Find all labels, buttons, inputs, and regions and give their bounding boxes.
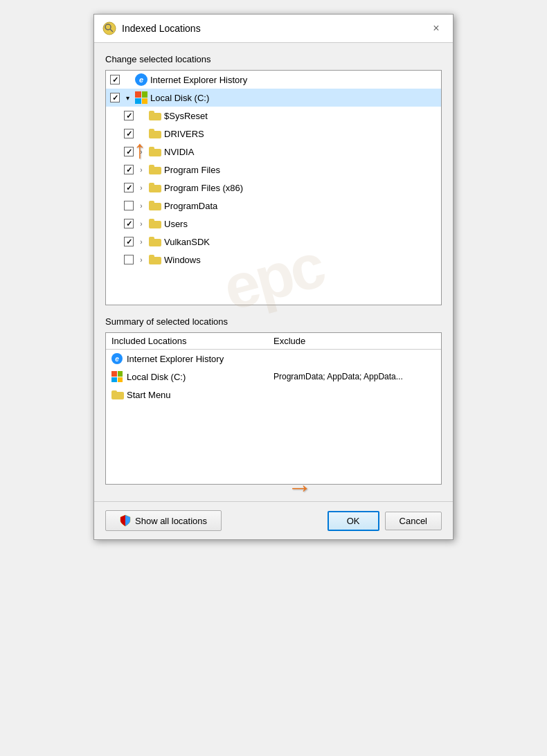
- summary-section: Summary of selected locations Included L…: [105, 316, 442, 485]
- checkbox-sysreset[interactable]: [124, 111, 134, 120]
- summary-table: Included Locations Exclude e Internet Ex…: [105, 332, 442, 485]
- folder-icon-drivers: [149, 127, 161, 140]
- tree-container[interactable]: e Internet Explorer History ▾ Local Disk…: [105, 70, 442, 305]
- folder-icon-windows: [149, 253, 161, 266]
- summary-label-start: Start Menu: [127, 390, 171, 400]
- label-program-files: Program Files: [164, 165, 437, 175]
- checkbox-program-files[interactable]: [124, 165, 134, 174]
- folder-icon-nvidia: [149, 145, 161, 158]
- summary-header-exclude: Exclude: [274, 336, 436, 346]
- dialog-title-icon: [102, 21, 116, 35]
- summary-included-start: Start Menu: [111, 390, 274, 400]
- dialog-body: Change selected locations e Internet Exp…: [94, 43, 453, 496]
- ok-button[interactable]: OK: [328, 511, 379, 531]
- checkbox-vulkansdk[interactable]: [124, 237, 134, 246]
- expander-drivers: [136, 129, 146, 138]
- ie-icon: e: [135, 73, 147, 86]
- expander-nvidia[interactable]: ›: [136, 147, 146, 156]
- label-windows: Windows: [164, 255, 437, 265]
- expander-vulkansdk[interactable]: ›: [136, 237, 146, 246]
- folder-icon-program-files: [149, 163, 161, 176]
- cancel-button[interactable]: Cancel: [385, 512, 442, 530]
- summary-header-included: Included Locations: [111, 336, 274, 346]
- summary-folder-icon-start: [111, 390, 123, 399]
- checkbox-drivers[interactable]: [124, 129, 134, 138]
- tree-item-drivers[interactable]: DRIVERS: [106, 125, 441, 143]
- label-users: Users: [164, 219, 437, 229]
- summary-win-icon: [111, 371, 123, 382]
- expander-users[interactable]: ›: [136, 219, 146, 228]
- dialog-footer: Show all locations OK Cancel: [94, 501, 453, 539]
- dialog-title: Indexed Locations: [122, 23, 201, 34]
- label-nvidia: NVIDIA: [164, 147, 437, 157]
- indexed-locations-dialog: Indexed Locations × Change selected loca…: [93, 14, 454, 540]
- tree-item-vulkansdk[interactable]: › VulkanSDK: [106, 233, 441, 251]
- expander-sysreset: [136, 111, 146, 120]
- title-bar: Indexed Locations ×: [94, 15, 453, 43]
- tree-item-ie-history[interactable]: e Internet Explorer History: [106, 71, 441, 89]
- tree-item-sysreset[interactable]: $SysReset: [106, 107, 441, 125]
- show-all-locations-label: Show all locations: [135, 516, 207, 526]
- tree-item-program-files[interactable]: › Program Files: [106, 161, 441, 179]
- checkbox-ie-history[interactable]: [110, 75, 120, 84]
- summary-included-c: Local Disk (C:): [111, 371, 274, 382]
- tree-item-users[interactable]: › Users: [106, 215, 441, 233]
- win-icon-local-disk-c: [135, 91, 147, 104]
- shield-icon: [120, 514, 131, 527]
- expander-ie-history: [123, 75, 132, 84]
- summary-exclude-c: ProgramData; AppData; AppData...: [274, 372, 436, 381]
- checkbox-nvidia[interactable]: [124, 147, 134, 156]
- folder-icon-sysreset: [149, 109, 161, 122]
- summary-row-ie-history[interactable]: e Internet Explorer History: [106, 350, 441, 368]
- folder-icon-vulkansdk: [149, 235, 161, 248]
- checkbox-local-disk-c[interactable]: [110, 93, 120, 102]
- label-sysreset: $SysReset: [164, 111, 437, 121]
- checkbox-programdata[interactable]: [124, 201, 134, 210]
- tree-item-programdata[interactable]: › ProgramData: [106, 197, 441, 215]
- summary-row-local-disk-c[interactable]: Local Disk (C:) ProgramData; AppData; Ap…: [106, 368, 441, 386]
- label-local-disk-c: Local Disk (C:): [150, 93, 437, 103]
- summary-included-ie: e Internet Explorer History: [111, 353, 274, 364]
- checkbox-program-files-x86[interactable]: [124, 183, 134, 192]
- label-drivers: DRIVERS: [164, 129, 437, 139]
- summary-header: Included Locations Exclude: [106, 333, 441, 350]
- checkbox-windows[interactable]: [124, 255, 134, 264]
- footer-right: OK Cancel: [328, 511, 442, 531]
- summary-label-ie: Internet Explorer History: [127, 354, 224, 364]
- show-all-locations-button[interactable]: Show all locations: [105, 510, 222, 531]
- dialog-wrapper: epc ↑ → Indexed Locations × Change selec…: [93, 14, 454, 540]
- label-vulkansdk: VulkanSDK: [164, 237, 437, 247]
- summary-row-start-menu[interactable]: Start Menu: [106, 386, 441, 404]
- label-ie-history: Internet Explorer History: [150, 75, 437, 85]
- checkbox-users[interactable]: [124, 219, 134, 228]
- title-bar-left: Indexed Locations: [102, 21, 201, 35]
- label-program-files-x86: Program Files (x86): [164, 183, 437, 193]
- tree-item-local-disk-c[interactable]: ▾ Local Disk (C:): [106, 89, 441, 107]
- summary-label-c: Local Disk (C:): [127, 372, 186, 382]
- expander-program-files-x86[interactable]: ›: [136, 183, 146, 192]
- expander-programdata[interactable]: ›: [136, 201, 146, 210]
- footer-left: Show all locations: [105, 510, 222, 531]
- section1-label: Change selected locations: [105, 54, 442, 64]
- tree-item-program-files-x86[interactable]: › Program Files (x86): [106, 179, 441, 197]
- label-programdata: ProgramData: [164, 201, 437, 211]
- folder-icon-program-files-x86: [149, 181, 161, 194]
- section2-label: Summary of selected locations: [105, 316, 442, 327]
- summary-ie-icon: e: [111, 353, 123, 364]
- folder-icon-programdata: [149, 199, 161, 212]
- folder-icon-users: [149, 217, 161, 230]
- expander-program-files[interactable]: ›: [136, 165, 146, 174]
- close-button[interactable]: ×: [428, 20, 445, 37]
- expander-local-disk-c[interactable]: ▾: [123, 93, 132, 102]
- tree-item-windows[interactable]: › Windows: [106, 251, 441, 269]
- tree-item-nvidia[interactable]: › NVIDIA: [106, 143, 441, 161]
- expander-windows[interactable]: ›: [136, 255, 146, 264]
